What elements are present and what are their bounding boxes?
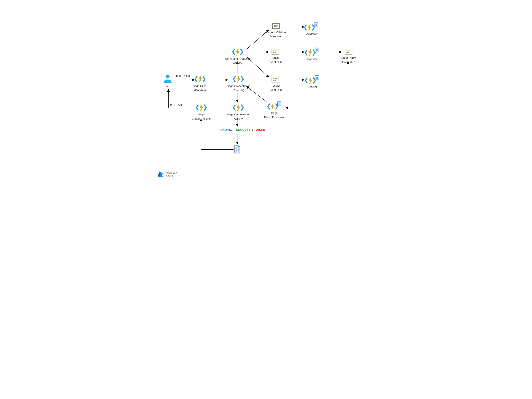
receipt-label: Receipt <box>305 85 320 89</box>
node-saga-orchestrator-activity: Saga Orchestrator Activity <box>227 103 250 121</box>
svg-text:{}: {} <box>316 77 318 79</box>
node-cosmos-doc: { } <box>234 145 241 154</box>
node-saga-orchestrator: Saga Orchestrator (Durable) <box>227 75 250 92</box>
cmd-prod-l2: Activity <box>225 61 250 65</box>
azure-logo-icon <box>157 171 164 178</box>
saga-client-l2: (Durable) <box>193 89 208 92</box>
sr-eh-l2: Event Hub <box>342 60 356 64</box>
user-label: User <box>162 85 173 88</box>
document-icon: { } <box>234 145 241 154</box>
ssc-l2: Status Checker <box>192 117 211 121</box>
azure-function-icon <box>232 47 243 56</box>
svg-rect-19 <box>274 26 275 27</box>
validator-label: Validator <box>304 32 319 36</box>
sep-l2: Event Processor <box>264 116 285 119</box>
saga-orch-l1: Saga Orchestrator <box>227 84 250 88</box>
rc-eh-l2: Event Hub <box>269 88 282 92</box>
event-hub-icon <box>271 48 280 55</box>
svg-rect-24 <box>276 50 278 51</box>
svg-rect-27 <box>272 77 279 82</box>
azure-function-icon <box>233 75 244 84</box>
azure-function-icon <box>196 103 207 112</box>
svg-rect-32 <box>275 80 276 81</box>
soa-l1: Saga Orchestrator <box>227 113 250 116</box>
cmd-prod-l1: Command Producer <box>225 57 250 61</box>
svg-text:{}: {} <box>315 24 317 26</box>
svg-rect-18 <box>277 25 278 26</box>
svg-rect-15 <box>272 23 279 29</box>
svg-rect-16 <box>274 25 275 26</box>
logo-l1: Microsoft <box>166 171 177 174</box>
status-failed: FAILED <box>254 128 265 131</box>
azure-function-with-doc-icon: {} <box>304 22 319 32</box>
azure-logo: Microsoft Azure <box>157 171 177 178</box>
status-success: SUCCESS <box>236 128 250 131</box>
logo-l2: Azure <box>166 174 177 177</box>
node-saga-status-checker: Saga Status Checker <box>192 103 211 121</box>
event-hub-icon <box>272 22 280 30</box>
svg-rect-17 <box>275 25 277 26</box>
node-saga-reply-eh: Saga Reply Event Hub <box>342 48 356 64</box>
sep-l1: Saga <box>264 111 285 115</box>
node-receipt-eh: Receipt Event Hub <box>269 76 282 92</box>
node-transfer: {} Transfer <box>305 47 319 61</box>
svg-rect-31 <box>273 80 274 81</box>
node-command-producer: Command Producer Activity <box>225 47 250 65</box>
azure-function-icon <box>195 75 206 84</box>
azure-function-with-doc-icon: {} <box>305 75 320 85</box>
edge-http-post: HTTP POST <box>175 74 190 78</box>
node-saga-client: Saga Client (Durable) <box>193 75 208 92</box>
svg-rect-40 <box>347 50 348 51</box>
node-validator: {} Validator <box>304 22 319 36</box>
saga-orch-l2: (Durable) <box>227 89 250 92</box>
soa-l2: Activity <box>227 117 250 121</box>
svg-rect-29 <box>275 78 276 79</box>
tr-eh-l2: Event Hub <box>269 60 282 64</box>
status-text: PENDING | SUCCESS | FAILED <box>219 128 265 132</box>
av-eh-l2: Event Hub <box>265 35 287 38</box>
svg-rect-21 <box>272 49 279 54</box>
svg-text:{}: {} <box>278 103 280 105</box>
svg-rect-20 <box>275 26 277 27</box>
svg-rect-41 <box>348 50 349 51</box>
svg-rect-39 <box>345 49 352 54</box>
azure-function-icon <box>233 103 244 112</box>
edge-http-get: HTTP GET <box>170 103 184 106</box>
node-saga-event-processor: {} Saga Event Processor <box>264 101 285 119</box>
rc-eh-l1: Receipt <box>269 84 282 87</box>
node-transfer-eh: Transfer Event Hub <box>269 48 282 64</box>
svg-rect-44 <box>348 52 349 53</box>
transfer-label: Transfer <box>305 57 319 61</box>
event-hub-icon <box>271 76 280 83</box>
node-user: User <box>162 74 173 88</box>
svg-rect-28 <box>273 78 274 79</box>
azure-function-with-doc-icon: {} <box>267 101 282 110</box>
saga-client-l1: Saga Client <box>193 84 208 88</box>
av-eh-l1: Account Validator <box>265 31 287 34</box>
azure-function-with-doc-icon: {} <box>305 47 319 57</box>
node-account-validator-eh: Account Validator Event Hub <box>265 22 287 38</box>
svg-rect-43 <box>347 52 348 53</box>
event-hub-icon <box>344 48 353 55</box>
svg-text:{}: {} <box>316 49 318 51</box>
ssc-l1: Saga <box>192 113 211 116</box>
svg-rect-26 <box>275 52 276 53</box>
user-icon <box>162 74 173 84</box>
svg-text:{ }: { } <box>236 148 239 152</box>
svg-rect-30 <box>276 78 278 79</box>
status-pending: PENDING <box>219 128 232 131</box>
svg-rect-22 <box>273 50 274 51</box>
tr-eh-l1: Transfer <box>269 56 282 60</box>
node-receipt: {} Receipt <box>305 75 320 89</box>
diagram-canvas: User HTTP POST HTTP GET Saga Client (Dur… <box>142 0 390 186</box>
sr-eh-l1: Saga Reply <box>342 56 356 60</box>
svg-point-14 <box>166 74 170 78</box>
svg-rect-25 <box>273 52 274 53</box>
svg-rect-23 <box>275 50 276 51</box>
svg-rect-42 <box>349 50 351 51</box>
